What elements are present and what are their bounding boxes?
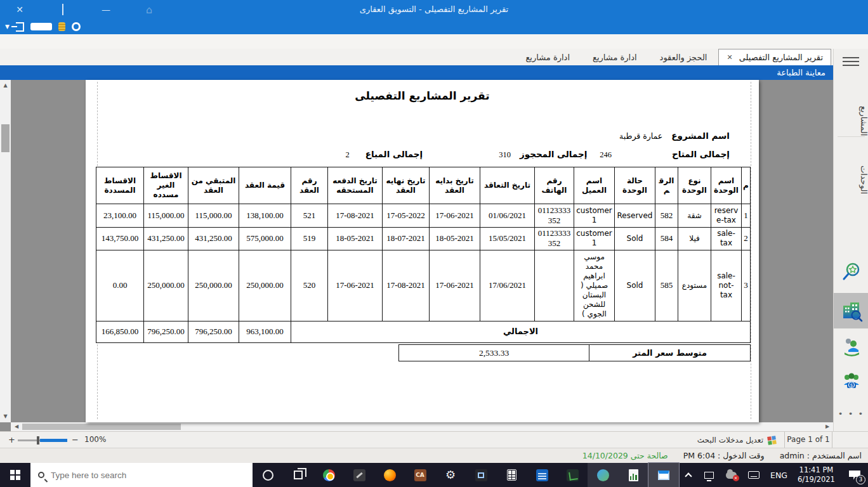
title-bar: ✕ — ⌂ تقرير المشاريع التفصيلى - التسويق … [0,0,868,19]
horizontal-scrollbar[interactable]: ◀ ▶ [11,422,833,431]
edit-search-label: تعديل مدخلات البحث [697,436,763,445]
notification-center-icon[interactable]: 3 [840,463,868,487]
system-tray: ENG 11:41 PM 6/19/2021 3 [679,463,868,487]
horizontal-scroll-thumb[interactable] [22,424,181,430]
account-services-icon[interactable] [839,334,864,360]
task-view-icon[interactable] [283,463,313,487]
language-indicator[interactable]: ENG [765,463,792,487]
project-name-row: اسم المشروع عمارة قرطبة [619,131,730,141]
table-cell: reserve-tax [711,204,742,228]
cortana-icon[interactable] [253,463,283,487]
project-explorer-icon[interactable] [834,293,868,328]
vertical-scrollbar[interactable]: ▲ ▼ [0,80,11,422]
table-cell: 250,000.00 [239,250,291,321]
windows-logo-icon [10,470,20,480]
total-value: 963,100.00 [239,321,291,342]
page-indicator: Page 1 of 1 [784,432,832,448]
active-app-icon[interactable] [648,463,679,487]
zoom-in-button[interactable]: + [8,435,15,445]
scroll-right-icon[interactable]: ▶ [822,422,832,431]
table-cell: Reserved [615,204,655,228]
scroll-up-icon[interactable]: ▲ [0,81,11,91]
firefox-icon[interactable] [374,463,405,487]
table-cell: شقة [678,204,711,228]
login-time-info: وقت الدخول : 6:04 PM [683,451,765,460]
scroll-down-icon[interactable]: ▼ [0,412,11,422]
column-header: تاريخ نهايه العقد [383,167,430,204]
table-cell: 18-07-2021 [383,228,430,250]
search-input[interactable] [51,471,228,480]
tab-label: ادارة مشاريع [593,53,637,62]
green-app-icon[interactable] [557,463,588,487]
table-cell: Sold [615,228,655,250]
start-button[interactable] [0,463,30,487]
chrome-icon[interactable] [313,463,344,487]
network-icon[interactable] [698,463,720,487]
calculator-icon[interactable] [496,463,527,487]
close-tab-icon[interactable]: ✕ [727,53,732,62]
total-label: الاجمالي [291,321,751,342]
terminal-app-icon[interactable] [466,463,496,487]
record-circle-icon[interactable] [72,22,81,31]
report-table: ماسم الوحدةنوع الوحدةالرقمحالة الوحدةاسم… [96,167,751,343]
dropdown-caret-icon[interactable]: ▼ [5,23,10,30]
tab-reservations-contracts[interactable]: الحجز والعقود [648,49,719,65]
column-header: تاريخ الدفعه المستحقه [328,167,383,204]
sidebar-section-units[interactable]: الوحدات [834,141,868,218]
table-cell: 17-08-2021 [383,250,430,321]
tab-projects-management-1[interactable]: ادارة مشاريع [581,49,648,65]
margin-guide-right [751,82,751,419]
tray-chevron-icon[interactable] [679,463,698,487]
more-dots-icon[interactable]: • • • [834,409,868,419]
ca-label: CA [414,469,426,481]
project-name-value: عمارة قرطبة [619,131,662,141]
edit-search-inputs[interactable]: تعديل مدخلات البحث [697,432,776,448]
notification-badge: 3 [856,475,865,484]
table-cell: 115,000.00 [144,204,188,228]
scroll-left-icon[interactable]: ◀ [11,422,22,431]
print-preview-area: ▲ ▼ ◀ ▶ تقرير المشاريع التفصيلى اسم المش… [0,80,833,431]
zoom-slider-fill [40,439,67,442]
coins-icon[interactable] [58,22,65,31]
username-info: اسم المستخدم : admin [780,451,862,460]
keyboard-icon[interactable] [742,463,765,487]
column-header: حالة الوحدة [615,167,655,204]
customers-group-icon[interactable]: $ [839,369,864,394]
column-header: قيمة العقد [239,167,291,204]
zoom-slider-thumb[interactable] [37,436,39,445]
summary-row: إجمالى المتاح 246 إجمالى المحجوز 310 إجم… [345,149,730,160]
print-preview-label: معاينة الطباعة [777,68,825,77]
total-value: 166,850.00 [96,321,144,342]
table-cell: customer 1 [574,228,615,250]
exit-door-icon[interactable] [16,22,24,32]
column-header: رقم الهاتف [535,167,574,204]
taskbar-search[interactable] [30,463,253,487]
report-title: تقرير المشاريع التفصيلى [86,89,759,102]
sync-error-icon[interactable] [720,463,742,487]
settings-gear-icon[interactable]: ⚙ [435,463,466,487]
database-app-icon[interactable] [527,463,557,487]
table-cell: 585 [655,250,678,321]
brand-logo [30,23,52,30]
total-row: الاجمالي963,100.00796,250.00796,250.0016… [96,321,751,342]
vertical-scroll-thumb[interactable] [1,124,10,152]
zoom-out-button[interactable]: − [72,435,79,445]
table-cell: 431,250.00 [188,228,239,250]
ca-app-icon[interactable]: CA [405,463,435,487]
hamburger-menu-icon[interactable] [843,55,859,68]
clock[interactable]: 11:41 PM 6/19/2021 [792,463,840,487]
zoom-level: 100% [84,435,106,444]
table-cell: 250,000.00 [188,250,239,321]
dev-tool-icon[interactable] [344,463,374,487]
table-cell: 01123333352 [535,228,574,250]
table-cell: 23,100.00 [96,204,144,228]
open-app-report-icon[interactable] [618,463,648,487]
open-app-1-icon[interactable] [588,463,618,487]
tab-detailed-projects-report[interactable]: تقرير المشاريع التفصيلى ✕ [718,49,831,65]
search-favorites-icon[interactable] [839,259,864,285]
table-cell: موسي محمد ابراهيم صميلي ( البستان للشحن … [574,250,615,321]
column-header: اسم العميل [574,167,615,204]
table-cell: 18-05-2021 [430,228,480,250]
tab-projects-management-2[interactable]: ادارة مشاريع [514,49,581,65]
tab-bar: تقرير المشاريع التفصيلى ✕ الحجز والعقود … [0,49,833,65]
